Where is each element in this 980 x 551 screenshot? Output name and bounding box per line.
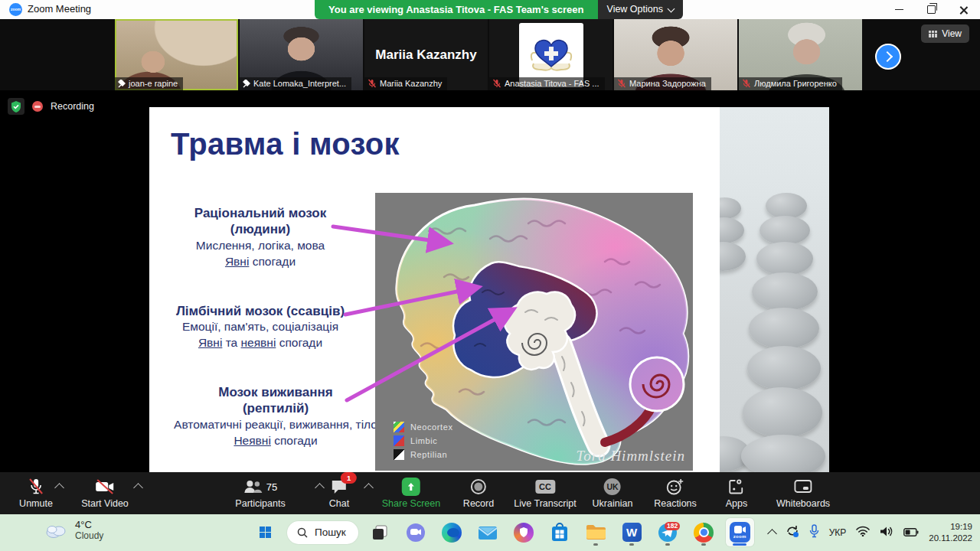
- participants-options-chevron[interactable]: [315, 483, 325, 493]
- record-icon: [470, 478, 487, 495]
- file-explorer-button[interactable]: [582, 518, 610, 546]
- legend-row-reptilian: Reptilian: [394, 449, 453, 460]
- hidden-icons-chevron[interactable]: [767, 529, 777, 539]
- sync-tray-icon[interactable]: [786, 524, 799, 541]
- chat-options-chevron[interactable]: [364, 483, 374, 493]
- reactions-smiley-icon: [666, 478, 684, 495]
- interpretation-button[interactable]: UK Ukrainian: [593, 477, 633, 509]
- avast-browser-button[interactable]: [510, 518, 538, 546]
- record-button[interactable]: Record: [463, 477, 494, 509]
- whiteboards-label: Whiteboards: [776, 498, 830, 509]
- reactions-button[interactable]: Reactions: [654, 477, 697, 509]
- video-tile-anastasia[interactable]: Anastasia Titova - FAS ...: [489, 19, 612, 90]
- participant-name: Kate Lomaka_Interpret...: [253, 79, 346, 88]
- chevron-down-icon: [667, 5, 675, 12]
- zoom-taskbar-button[interactable]: zoom: [726, 518, 754, 546]
- search-icon: [297, 527, 308, 538]
- pin-icon: [243, 80, 250, 88]
- chrome-icon: [694, 523, 714, 543]
- participant-name-tag: joan-e rapine: [115, 77, 183, 90]
- ukrainian-label: Ukrainian: [593, 498, 633, 509]
- participants-count: 75: [266, 481, 277, 493]
- live-transcript-label: Live Transcript: [514, 498, 576, 509]
- mic-tray-icon[interactable]: [809, 524, 819, 541]
- telegram-icon: 182: [658, 523, 678, 543]
- legend-row-neocortex: Neocortex: [394, 422, 453, 432]
- search-label: Пошук: [315, 527, 346, 538]
- mic-muted-icon: [368, 79, 377, 88]
- reptilian-swatch-icon: [394, 449, 404, 460]
- ms-store-button[interactable]: [546, 518, 574, 546]
- start-button[interactable]: [251, 518, 279, 546]
- mail-button[interactable]: [474, 518, 502, 546]
- battery-icon[interactable]: [903, 526, 919, 540]
- mic-muted-icon: [492, 79, 501, 88]
- start-video-button[interactable]: Start Video: [81, 477, 129, 509]
- apps-button[interactable]: Apps: [726, 477, 748, 509]
- taskbar-search[interactable]: Пошук: [287, 521, 358, 544]
- taskbar-clock[interactable]: 19:19 20.11.2022: [929, 521, 972, 544]
- view-layout-button[interactable]: View: [921, 24, 969, 43]
- participants-label: Participants: [235, 498, 285, 509]
- store-icon: [550, 523, 569, 543]
- video-options-chevron[interactable]: [133, 483, 143, 493]
- taskbar-apps: Пошук: [251, 518, 754, 546]
- unmute-button[interactable]: Unmute: [19, 477, 53, 509]
- shared-screen-slide: Травма і мозок Раціональний мозок(людини…: [149, 107, 829, 472]
- cc-icon: CC: [535, 480, 555, 494]
- recording-indicator: Recording: [8, 98, 94, 115]
- whiteboards-button[interactable]: Whiteboards: [776, 477, 830, 509]
- unmute-options-chevron[interactable]: [54, 483, 64, 493]
- view-label: View: [942, 28, 962, 39]
- participant-name: Mariia Kazanzhy: [380, 79, 442, 88]
- running-indicator: [665, 543, 670, 546]
- telegram-button[interactable]: 182: [654, 518, 682, 546]
- next-participants-button[interactable]: [875, 44, 901, 70]
- chevron-right-icon: [881, 51, 892, 62]
- running-indicator: [629, 543, 634, 546]
- slide-block-rational: Раціональний мозок(людини) Мислення, лог…: [149, 205, 375, 269]
- slide-block-limbic: Лімбічний мозок (ссавців) Емоції, пам'ят…: [149, 303, 375, 351]
- live-transcript-button[interactable]: CC Live Transcript: [514, 477, 576, 509]
- chat-button[interactable]: 1 Chat: [329, 477, 349, 509]
- weather-condition: Cloudy: [75, 530, 103, 541]
- reactions-label: Reactions: [654, 498, 697, 509]
- apps-label: Apps: [726, 498, 748, 509]
- pebbles-photo: [720, 107, 829, 472]
- close-button[interactable]: [948, 0, 978, 19]
- weather-widget[interactable]: 4°C Cloudy: [44, 519, 103, 541]
- video-tile-maryna[interactable]: Марина Задорожна: [614, 19, 737, 90]
- mail-icon: [478, 524, 498, 541]
- restore-button[interactable]: [916, 0, 946, 19]
- avast-icon: [514, 523, 534, 543]
- artist-signature: Tora Himmlstein: [576, 448, 685, 465]
- zoom-meeting-window: zoom Zoom Meeting You are viewing Anasta…: [0, 0, 980, 551]
- wifi-icon[interactable]: [856, 526, 870, 540]
- video-tile-joan[interactable]: joan-e rapine: [115, 19, 238, 90]
- view-options-button[interactable]: View Options: [598, 0, 683, 19]
- security-shield-icon: [8, 98, 24, 115]
- language-indicator[interactable]: УКР: [829, 527, 847, 538]
- whiteboards-icon: [794, 479, 812, 494]
- share-screen-button[interactable]: Share Screen: [382, 477, 440, 509]
- screen-share-banner: You are viewing Anastasia Titova - FAS T…: [315, 0, 683, 19]
- participants-button[interactable]: 75 Participants: [235, 477, 285, 509]
- legend-row-limbic: Limbic: [394, 435, 453, 446]
- time-label: 19:19: [950, 522, 972, 531]
- windows-taskbar: 4°C Cloudy Пошук: [0, 514, 980, 551]
- participants-icon: [243, 479, 263, 494]
- ms-chat-button[interactable]: [402, 518, 430, 546]
- video-strip: joan-e rapine Kate Lomaka_Interpret... M…: [0, 19, 980, 90]
- recording-pause-button[interactable]: [32, 101, 43, 112]
- word-button[interactable]: W: [618, 518, 646, 546]
- video-tile-liudmyla[interactable]: Людмила Григоренко: [739, 19, 862, 90]
- edge-button[interactable]: [438, 518, 466, 546]
- chrome-button[interactable]: [690, 518, 718, 546]
- volume-icon[interactable]: [880, 526, 893, 540]
- task-view-button[interactable]: [366, 518, 394, 546]
- folder-icon: [586, 523, 606, 541]
- start-video-label: Start Video: [81, 498, 129, 509]
- video-tile-mariia[interactable]: Mariia Kazanzhy Mariia Kazanzhy: [364, 19, 488, 90]
- minimize-button[interactable]: [884, 0, 914, 19]
- video-tile-kate[interactable]: Kate Lomaka_Interpret...: [240, 19, 363, 90]
